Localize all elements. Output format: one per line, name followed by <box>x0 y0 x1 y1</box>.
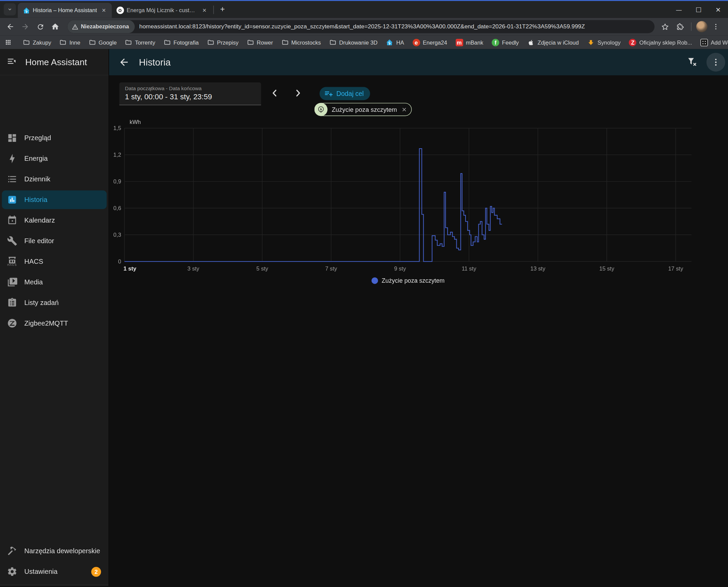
svg-text:11 sty: 11 sty <box>462 265 477 272</box>
tab-close-icon[interactable]: ✕ <box>200 6 208 15</box>
browser-toolbar: Niezabezpieczona homeassistant.local:812… <box>0 18 728 36</box>
bookmark-mbank[interactable]: m mBank <box>452 37 487 47</box>
browser-window: Historia – Home Assistant ✕ Energa Mój L… <box>0 0 728 587</box>
entity-chip[interactable]: Zużycie poza szczytem ✕ <box>314 103 412 116</box>
security-chip-label: Niezabezpieczona <box>81 23 129 30</box>
bookmark-folder-rower[interactable]: Rower <box>243 38 277 47</box>
chart-box-icon <box>6 194 18 205</box>
new-tab-button[interactable]: + <box>216 3 229 16</box>
svg-text:17 sty: 17 sty <box>668 265 683 272</box>
browser-tab-historia[interactable]: Historia – Home Assistant ✕ <box>18 3 112 18</box>
sidebar-item-media[interactable]: Media <box>2 273 107 291</box>
home-button[interactable] <box>49 20 62 33</box>
bookmark-folder-zakupy[interactable]: Zakupy <box>19 38 55 47</box>
add-target-button[interactable]: Dodaj cel <box>320 87 370 100</box>
sidebar-item-zigbee2mqtt[interactable]: Zigbee2MQTT <box>2 314 107 332</box>
star-icon <box>661 23 669 31</box>
menu-open-icon[interactable] <box>6 56 18 68</box>
window-minimize-button[interactable]: — <box>669 2 688 18</box>
sidebar-item-historia[interactable]: Historia <box>2 190 107 209</box>
history-chart[interactable]: 00,30,60,91,21,51 sty3 sty5 sty7 sty9 st… <box>109 120 717 277</box>
sidebar-item-file-editor[interactable]: File editor <box>2 232 107 250</box>
bookmark-folder-torrenty[interactable]: Torrenty <box>121 38 159 47</box>
folder-icon <box>60 39 67 46</box>
warning-icon <box>72 24 78 30</box>
forward-button[interactable] <box>19 20 32 33</box>
next-period-button[interactable] <box>292 88 304 99</box>
tab-close-icon[interactable]: ✕ <box>100 6 108 15</box>
sidebar-header: Home Assistant <box>0 49 109 75</box>
folder-icon <box>89 39 96 46</box>
chip-close-icon[interactable]: ✕ <box>402 106 407 113</box>
security-chip[interactable]: Niezabezpieczona <box>67 20 135 33</box>
chart-legend[interactable]: Zużycie poza szczytem <box>124 277 691 284</box>
dots-vertical-icon <box>712 23 720 30</box>
bookmark-folder-drukowanie-3d[interactable]: Drukowanie 3D <box>326 38 381 47</box>
arrow-right-icon <box>21 22 29 31</box>
synology-download-icon <box>587 39 594 46</box>
apple-icon <box>527 39 535 46</box>
storefront-icon: HACS <box>6 256 18 267</box>
bookmark-sklep[interactable]: Z Oficjalny sklep Rob... <box>625 37 696 47</box>
sidebar-item-ustawienia[interactable]: Ustawienia 2 <box>2 562 107 581</box>
browser-tab-energa[interactable]: Energa Mój Licznik - custom co ✕ <box>112 3 212 18</box>
back-button[interactable] <box>4 20 17 33</box>
svg-text:3 sty: 3 sty <box>187 265 199 272</box>
bookmark-icloud-photos[interactable]: Zdjęcia w iCloud <box>524 37 583 47</box>
sidebar-item-energia[interactable]: Energia <box>2 149 107 168</box>
folder-icon <box>164 39 171 46</box>
folder-icon <box>125 39 132 46</box>
bookmark-folder-przepisy[interactable]: Przepisy <box>203 38 242 47</box>
zigbee-icon <box>6 318 18 329</box>
svg-text:15 sty: 15 sty <box>599 265 614 272</box>
legend-label: Zużycie poza szczytem <box>382 277 445 284</box>
bookmark-folder-inne[interactable]: Inne <box>56 38 84 47</box>
sidebar-item-przeglad[interactable]: Przegląd <box>2 129 107 147</box>
sidebar-item-hacs[interactable]: HACS HACS <box>2 252 107 271</box>
sidebar-divider <box>0 585 109 585</box>
clipboard-list-icon <box>6 297 18 308</box>
bookmark-synology[interactable]: Synology <box>583 37 624 47</box>
bookmark-energa24[interactable]: e Energa24 <box>409 37 451 47</box>
arrow-left-icon <box>118 57 130 68</box>
tab-title: Historia – Home Assistant <box>33 7 97 14</box>
reload-button[interactable] <box>34 20 47 33</box>
bookmark-ha[interactable]: HA <box>382 37 408 47</box>
svg-text:13 sty: 13 sty <box>531 265 546 272</box>
bookmark-star-button[interactable] <box>658 20 672 33</box>
sidebar-item-kalendarz[interactable]: Kalendarz <box>2 211 107 230</box>
app-title: Home Assistant <box>25 57 87 67</box>
sidebar-item-dziennik[interactable]: Dziennik <box>2 170 107 188</box>
svg-text:kWh: kWh <box>130 120 141 125</box>
browser-menu-button[interactable] <box>709 20 723 33</box>
page-menu-button[interactable] <box>706 53 725 72</box>
bookmark-feedly[interactable]: f Feedly <box>488 37 523 47</box>
svg-text:7 sty: 7 sty <box>325 265 337 272</box>
chevron-left-icon <box>269 88 280 99</box>
folder-icon <box>207 39 214 46</box>
sidebar-item-listy-zadan[interactable]: Listy zadań <box>2 293 107 312</box>
chevron-down-icon <box>7 6 13 12</box>
toolbar-right <box>658 20 724 33</box>
window-close-button[interactable]: ✕ <box>708 2 728 18</box>
svg-text:5 sty: 5 sty <box>256 265 268 272</box>
tab-search-button[interactable] <box>4 3 16 16</box>
filter-remove-button[interactable] <box>687 57 698 68</box>
window-controls: — ☐ ✕ <box>669 2 728 18</box>
arrow-left-icon <box>6 22 15 31</box>
bookmark-folder-fotografia[interactable]: Fotografia <box>160 38 202 47</box>
bookmark-folder-microstocks[interactable]: Microstocks <box>278 38 325 47</box>
previous-period-button[interactable] <box>269 88 280 99</box>
folder-icon <box>329 39 336 46</box>
bookmark-folder-google[interactable]: Google <box>85 38 121 47</box>
back-arrow-button[interactable] <box>118 57 130 68</box>
window-maximize-button[interactable]: ☐ <box>689 2 708 18</box>
date-range-field[interactable]: Data początkowa - Data końcowa 1 sty, 00… <box>119 83 261 105</box>
url-bar[interactable]: Niezabezpieczona homeassistant.local:812… <box>67 20 654 33</box>
browser-profile-avatar[interactable] <box>696 21 707 32</box>
apps-grid-button[interactable] <box>5 36 12 49</box>
bookmark-wood-grain[interactable]: Add Wood Grain Eff... <box>697 37 728 47</box>
folder-icon <box>247 39 254 46</box>
extensions-button[interactable] <box>673 20 686 33</box>
sidebar-item-dev-tools[interactable]: Narzędzia deweloperskie <box>2 542 107 560</box>
